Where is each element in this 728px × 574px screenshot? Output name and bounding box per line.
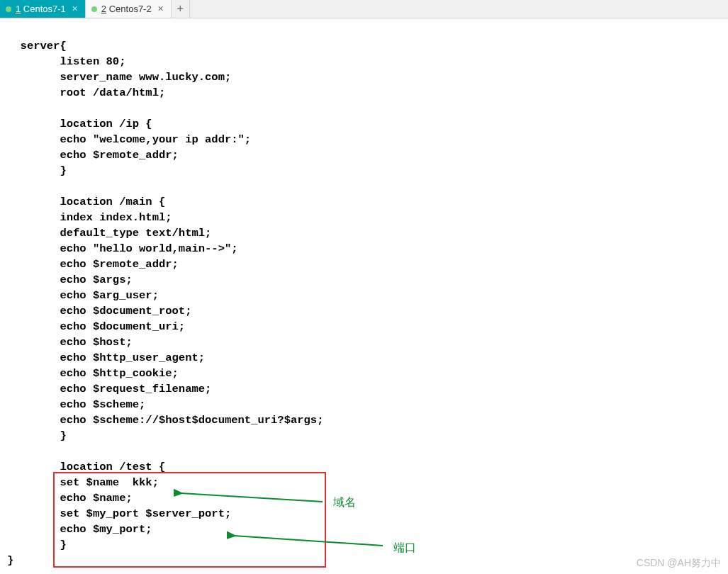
tab-centos7-2[interactable]: 2 Centos7-2 ✕: [86, 0, 172, 18]
annotation-domain: 域名: [333, 495, 356, 510]
tab-bar: 1 Centos7-1 ✕ 2 Centos7-2 ✕ +: [0, 0, 728, 18]
annotation-port: 端口: [393, 540, 416, 556]
watermark: CSDN @AH努力中: [637, 557, 721, 570]
svg-line-1: [181, 493, 323, 502]
tab-label: Centos7-2: [109, 4, 152, 14]
svg-line-3: [234, 536, 383, 546]
status-dot-icon: [6, 6, 11, 12]
status-dot-icon: [91, 6, 97, 12]
tab-label: Centos7-1: [23, 4, 66, 14]
terminal-content[interactable]: server{ listen 80; server_name www.lucky…: [0, 18, 728, 574]
code-text: server{ listen 80; server_name www.lucky…: [7, 40, 323, 567]
tab-number: 2: [101, 4, 106, 14]
close-icon[interactable]: ✕: [70, 4, 79, 13]
add-tab-button[interactable]: +: [172, 0, 190, 18]
tab-centos7-1[interactable]: 1 Centos7-1 ✕: [0, 0, 86, 18]
close-icon[interactable]: ✕: [156, 4, 165, 13]
tab-number: 1: [16, 4, 21, 14]
arrow-icon: [227, 530, 390, 551]
arrow-icon: [174, 486, 330, 507]
